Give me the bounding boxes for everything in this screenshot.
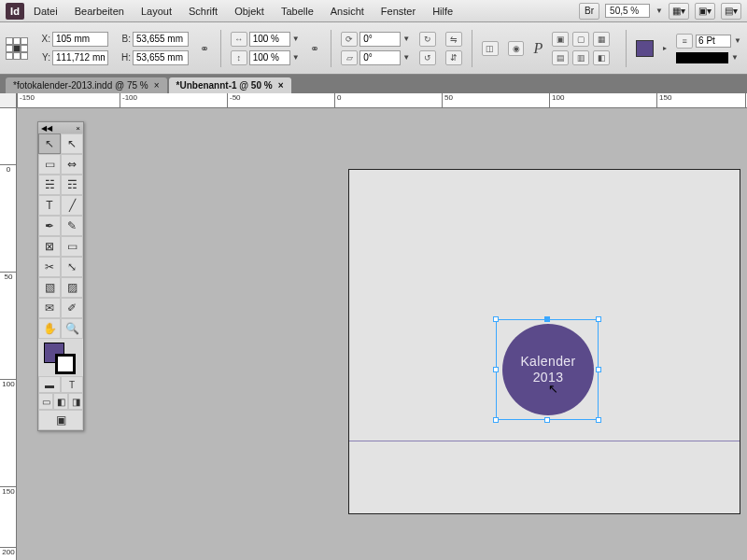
eyedropper-tool-icon[interactable]: ✐ xyxy=(61,298,83,318)
document-tab-fotokalender[interactable]: *fotokalender-2013.indd @ 75 % × xyxy=(6,77,167,93)
arrange-documents-button[interactable]: ▤▾ xyxy=(721,3,741,20)
center-content-icon[interactable]: ▦ xyxy=(593,32,610,47)
selection-handle[interactable] xyxy=(596,417,601,423)
selection-handle[interactable] xyxy=(544,417,550,423)
selection-handle[interactable] xyxy=(596,316,601,322)
gradient-swatch-tool-icon[interactable]: ▧ xyxy=(38,277,61,298)
formatting-text-icon[interactable]: T xyxy=(61,376,83,393)
menu-tabelle[interactable]: Tabelle xyxy=(274,4,321,19)
close-icon[interactable]: × xyxy=(278,80,284,91)
menu-bearbeiten[interactable]: Bearbeiten xyxy=(67,4,132,19)
gradient-feather-tool-icon[interactable]: ▨ xyxy=(61,277,83,298)
rotate-icon: ⟳ xyxy=(341,32,358,47)
zoom-tool-icon[interactable]: 🔍 xyxy=(61,318,83,339)
direct-selection-tool-icon[interactable]: ↖ xyxy=(61,133,83,154)
ruler-origin[interactable] xyxy=(0,93,17,108)
fill-stroke-proxy[interactable] xyxy=(38,339,83,376)
y-field[interactable] xyxy=(52,50,108,65)
close-icon[interactable]: × xyxy=(76,124,80,133)
apply-gradient-icon[interactable]: ◧ xyxy=(53,393,68,410)
menu-datei[interactable]: Datei xyxy=(26,4,65,19)
apply-none2-icon[interactable]: ◨ xyxy=(68,393,83,410)
rotate-ccw-icon[interactable]: ↺ xyxy=(419,50,436,65)
hand-tool-icon[interactable]: ✋ xyxy=(38,318,61,339)
flip-h-icon[interactable]: ⇋ xyxy=(445,32,462,47)
tools-panel-header[interactable]: ◀◀× xyxy=(38,122,83,133)
line-tool-icon[interactable]: ╱ xyxy=(61,195,83,216)
selection-bounding-box[interactable]: Kalender2013 ↖ xyxy=(496,319,599,420)
type-tool-icon[interactable]: T xyxy=(38,195,61,216)
tools-panel[interactable]: ◀◀× ↖ ↖ ▭ ⇔ ☵ ☶ T ╱ ✒ ✎ ⊠ ▭ ✂ ⤡ ▧ ▨ ✉ ✐ … xyxy=(37,121,84,431)
fit-proportional-icon[interactable]: ▤ xyxy=(552,50,569,65)
tab-label: *fotokalender-2013.indd @ 75 % xyxy=(13,80,148,91)
height-field[interactable] xyxy=(133,50,189,65)
free-transform-tool-icon[interactable]: ⤡ xyxy=(61,257,83,277)
scale-x-field[interactable] xyxy=(249,32,290,47)
flip-v-icon[interactable]: ⇵ xyxy=(445,50,462,65)
screen-mode-button[interactable]: ▣▾ xyxy=(695,3,715,20)
rotate-field[interactable] xyxy=(359,32,401,47)
fit-content-icon[interactable]: ▣ xyxy=(552,32,569,47)
paragraph-style-icon[interactable]: P xyxy=(533,40,543,57)
menu-ansicht[interactable]: Ansicht xyxy=(323,4,372,19)
x-field[interactable] xyxy=(52,32,108,47)
selection-handle[interactable] xyxy=(544,316,550,322)
shear-field[interactable] xyxy=(359,50,401,65)
fill-dropdown-icon[interactable]: ▸ xyxy=(663,44,667,52)
bridge-button[interactable]: Br xyxy=(579,3,599,20)
scale-y-field[interactable] xyxy=(249,50,290,65)
selection-handle[interactable] xyxy=(596,367,601,372)
note-tool-icon[interactable]: ✉ xyxy=(38,298,61,318)
selection-handle[interactable] xyxy=(493,316,499,322)
select-container-icon[interactable]: ◫ xyxy=(482,41,499,56)
width-field[interactable] xyxy=(133,32,189,47)
page-tool-icon[interactable]: ▭ xyxy=(38,154,61,175)
pen-tool-icon[interactable]: ✒ xyxy=(38,216,61,236)
zoom-level-field[interactable]: 50,5 % xyxy=(605,4,650,18)
auto-fit-icon[interactable]: ◧ xyxy=(593,50,610,65)
stroke-style-preview[interactable] xyxy=(676,52,728,63)
fill-swatch[interactable] xyxy=(636,40,655,57)
horizontal-ruler[interactable]: -150 -100 -50 0 50 100 150 200 xyxy=(17,93,747,108)
apply-none-icon[interactable]: ▭ xyxy=(38,393,53,410)
menu-hilfe[interactable]: Hilfe xyxy=(425,4,460,19)
menu-schrift[interactable]: Schrift xyxy=(181,4,225,19)
rotate-cw-icon[interactable]: ↻ xyxy=(419,32,436,47)
menu-objekt[interactable]: Objekt xyxy=(227,4,272,19)
pencil-tool-icon[interactable]: ✎ xyxy=(61,216,83,236)
apply-color-icon[interactable]: ▬ xyxy=(38,376,61,393)
stroke-proxy[interactable] xyxy=(55,354,76,374)
fit-frame-icon[interactable]: ▢ xyxy=(572,32,589,47)
view-options-button[interactable]: ▦▾ xyxy=(669,3,689,20)
content-collector-tool-icon[interactable]: ☵ xyxy=(38,175,61,195)
vertical-ruler[interactable]: 0 50 100 150 200 xyxy=(0,108,17,560)
fill-proportional-icon[interactable]: ▥ xyxy=(572,50,589,65)
select-content-icon[interactable]: ◉ xyxy=(508,41,525,56)
page-spread[interactable]: Kalender2013 ↖ xyxy=(348,169,740,514)
tab-label: *Unbenannt-1 @ 50 % xyxy=(176,80,273,91)
gap-tool-icon[interactable]: ⇔ xyxy=(61,154,83,175)
selection-tool-icon[interactable]: ↖ xyxy=(38,133,61,154)
selection-handle[interactable] xyxy=(493,367,499,372)
reference-point-picker[interactable] xyxy=(6,37,28,60)
scissors-tool-icon[interactable]: ✂ xyxy=(38,257,61,277)
constrain-scale-icon[interactable]: ⚭ xyxy=(309,42,322,55)
stroke-weight-field[interactable] xyxy=(696,35,731,48)
pasteboard[interactable]: Kalender2013 ↖ xyxy=(17,108,747,560)
zoom-dropdown-icon[interactable]: ▼ xyxy=(655,7,663,15)
menu-layout[interactable]: Layout xyxy=(134,4,179,19)
close-icon[interactable]: × xyxy=(154,80,160,91)
document-tab-unbenannt[interactable]: *Unbenannt-1 @ 50 % × xyxy=(169,77,291,93)
selection-handle[interactable] xyxy=(493,417,499,423)
rectangle-frame-tool-icon[interactable]: ⊠ xyxy=(38,236,61,257)
rectangle-tool-icon[interactable]: ▭ xyxy=(61,236,83,257)
x-label: X: xyxy=(37,34,50,44)
circle-frame[interactable]: Kalender2013 xyxy=(502,324,594,415)
mouse-cursor-icon: ↖ xyxy=(548,382,558,396)
constrain-wh-icon[interactable]: ⚭ xyxy=(198,42,211,55)
content-placer-tool-icon[interactable]: ☶ xyxy=(61,175,83,195)
control-bar: X: Y: B: H: ⚭ ↔▼ ↕▼ ⚭ ⟳▼ ▱▼ ↻ ↺ ⇋ ⇵ ◫ ◉ … xyxy=(0,22,747,75)
menu-fenster[interactable]: Fenster xyxy=(374,4,423,19)
screen-mode-icon[interactable]: ▣ xyxy=(38,410,83,430)
circle-text: Kalender2013 xyxy=(520,354,575,385)
